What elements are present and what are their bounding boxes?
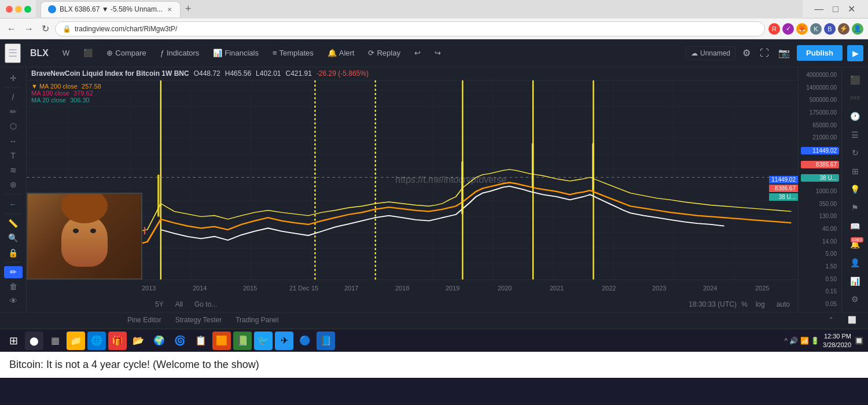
menu-button[interactable]: ☰ [5, 43, 21, 63]
address-bar[interactable]: 🔒 tradingview.com/chart/RiMgw3tP/ [55, 21, 765, 36]
close-button[interactable] [6, 6, 13, 13]
zoom-tool[interactable]: 🔍 [4, 232, 23, 244]
taskbar-app-search[interactable]: ⬤ [25, 332, 43, 350]
rt-bell[interactable]: 🔔 1083 [846, 236, 865, 252]
pattern-tool[interactable]: ≋ [4, 164, 23, 176]
rt-chart-type[interactable]: ⬛ [846, 72, 865, 88]
pine-editor-tab[interactable]: Pine Editor [120, 312, 168, 329]
taskbar-app-chrome[interactable]: 🌍 [150, 332, 168, 350]
snapshot-button[interactable]: 📷 [776, 45, 792, 61]
taskbar-app-ie[interactable]: 🌀 [171, 332, 189, 350]
chart-area[interactable]: ▼ MA 200 close 257.58 MA 100 close 379.6… [27, 80, 798, 279]
publish-button[interactable]: Publish [797, 45, 843, 61]
goto-button[interactable]: Go to... [191, 299, 220, 310]
rt-clock[interactable]: 🕐 [846, 108, 865, 124]
ext-icon-1[interactable]: R [768, 23, 780, 35]
rt-book[interactable]: 📖 [846, 218, 865, 234]
rt-bulb[interactable]: 💡 [846, 182, 865, 198]
templates-icon: ≡ [273, 49, 277, 57]
ext-icon-2[interactable]: ✓ [782, 23, 794, 35]
undo-button[interactable]: ↩ [410, 46, 425, 60]
ext-icon-6[interactable]: ⚡ [838, 23, 849, 35]
ma20-value: 306.30 [70, 97, 90, 104]
rt-settings2[interactable]: ⚙ [846, 291, 865, 307]
taskbar-app-files[interactable]: 📂 [129, 332, 148, 350]
ext-icon-4[interactable]: K [810, 23, 822, 35]
log-button[interactable]: log [752, 299, 768, 310]
redo-button[interactable]: ↪ [430, 46, 446, 60]
tab-close-button[interactable]: ✕ [166, 6, 173, 13]
chart-main: BraveNewCoin Liquid Index for Bitcoin 1W… [27, 67, 798, 312]
compare-button[interactable]: ⊕ Compare [102, 46, 150, 60]
forward-button[interactable]: → [22, 21, 36, 36]
auto-button[interactable]: auto [773, 299, 793, 310]
taskbar-app-explorer[interactable]: 📁 [67, 332, 85, 350]
taskbar-app-tools[interactable]: 📋 [192, 332, 210, 350]
line-tool[interactable]: / [4, 91, 23, 104]
unnamed-button[interactable]: ☁ Unnamed [686, 46, 735, 60]
all-button[interactable]: All [172, 299, 186, 310]
draw-tool[interactable]: ✏ [4, 106, 23, 118]
rt-bar-chart[interactable]: 📊 [846, 273, 865, 289]
replay-button[interactable]: ⟳ Replay [363, 46, 404, 60]
alert-button[interactable]: 🔔 Alert [323, 46, 359, 60]
rt-xxx[interactable]: XXX [846, 90, 865, 106]
timeframe-bar-button[interactable]: ⬛ [79, 46, 97, 60]
ext-icon-5[interactable]: B [824, 23, 836, 35]
ext-icon-3[interactable]: 🦊 [796, 23, 808, 35]
lock-tool[interactable]: 🔒 [4, 246, 23, 259]
caption-text: Bitcoin: It is not a 4 year cycle! (Welc… [9, 359, 259, 370]
current-price-1: 11449.02 [769, 176, 798, 183]
taskbar-app-telegram[interactable]: ✈ [275, 332, 293, 350]
back-button[interactable]: ← [5, 21, 19, 36]
start-button[interactable]: ⊞ [5, 332, 23, 349]
measure-tool[interactable]: ↔ [4, 135, 23, 147]
settings-button[interactable]: ⚙ [740, 45, 753, 61]
rt-refresh[interactable]: ↻ [846, 145, 865, 161]
ruler-tool[interactable]: 📏 [4, 218, 23, 230]
shape-tool[interactable]: ⬡ [4, 120, 23, 132]
new-tab-button[interactable]: + [181, 3, 196, 15]
taskbar-app-vpn[interactable]: 🔵 [296, 332, 314, 350]
taskbar-app-twitter[interactable]: 🐦 [254, 332, 273, 350]
timeframe-w-button[interactable]: W [58, 46, 74, 60]
close-window-button[interactable]: ✕ [845, 1, 858, 17]
5y-button[interactable]: 5Y [152, 299, 167, 310]
price-3888: 38 U... [801, 174, 839, 182]
collapse-panel-btn[interactable]: ⌃ [821, 312, 841, 329]
financials-button[interactable]: 📊 Financials [208, 46, 263, 60]
active-tab[interactable]: BLX 6386.67 ▼ -5.58% Unnam... ✕ [41, 1, 181, 17]
maximize-button[interactable] [24, 6, 31, 13]
minimize-window-button[interactable]: — [812, 1, 826, 17]
text-tool[interactable]: T [4, 149, 23, 161]
rt-grid[interactable]: ⊞ [846, 163, 865, 179]
trading-panel-tab[interactable]: Trading Panel [229, 312, 285, 329]
rt-list[interactable]: ☰ [846, 127, 865, 143]
system-time[interactable]: 12:30 PM 3/28/2020 [823, 332, 851, 349]
refresh-button[interactable]: ↻ [39, 21, 52, 36]
rt-person[interactable]: 👤 [846, 255, 865, 271]
taskbar-app-excel[interactable]: 📗 [233, 332, 252, 350]
play-button[interactable]: ▶ [847, 45, 863, 61]
eye-tool[interactable]: 👁 [4, 295, 23, 307]
crosshair-tool[interactable]: ✛ [4, 72, 23, 84]
templates-button[interactable]: ≡ Templates [268, 46, 318, 60]
active-draw-tool[interactable]: ✏ [4, 266, 23, 278]
taskbar-app-taskview[interactable]: ▦ [46, 332, 64, 350]
profile-icon[interactable]: 👤 [852, 23, 863, 35]
expand-panel-btn[interactable]: ⬜ [841, 312, 863, 329]
arrow-tool[interactable]: ← [4, 198, 23, 210]
tray-notification[interactable]: 🔲 [855, 337, 863, 345]
rt-flag[interactable]: ⚑ [846, 200, 865, 216]
delete-tool[interactable]: 🗑 [4, 281, 23, 293]
strategy-tester-tab[interactable]: Strategy Tester [168, 312, 229, 329]
fib-tool[interactable]: ⊛ [4, 178, 23, 190]
fullscreen-button[interactable]: ⛶ [757, 46, 771, 61]
taskbar-app-edge[interactable]: 🌐 [87, 332, 106, 350]
taskbar-app-gift[interactable]: 🎁 [108, 332, 127, 350]
minimize-button[interactable] [15, 6, 22, 13]
taskbar-app-word[interactable]: 📘 [317, 332, 335, 350]
taskbar-app-powerpoint[interactable]: 🟧 [212, 332, 231, 350]
indicators-button[interactable]: ƒ Indicators [156, 46, 204, 60]
restore-window-button[interactable]: □ [830, 1, 841, 17]
